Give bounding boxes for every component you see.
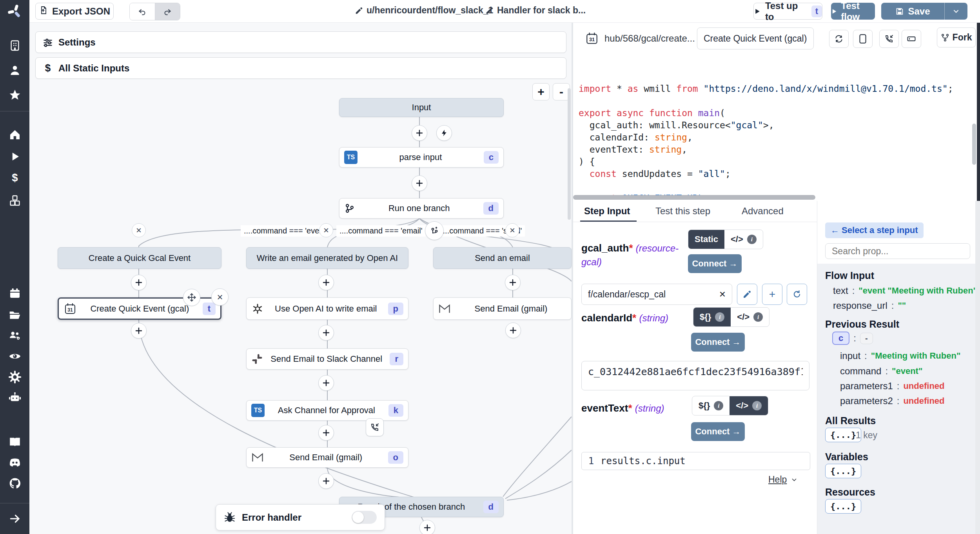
add-step-button[interactable] bbox=[318, 425, 334, 441]
test-up-to-button[interactable]: Test up to t bbox=[753, 3, 822, 20]
mode-javascript[interactable]: </>i bbox=[730, 396, 768, 415]
variables-dollar-icon[interactable]: $ bbox=[0, 172, 29, 184]
add-step-button[interactable] bbox=[412, 125, 427, 141]
variables-expand-chip[interactable]: {...} bbox=[825, 464, 861, 478]
add-step-button[interactable] bbox=[318, 325, 334, 341]
step-node-parse-input[interactable]: TS parse input c bbox=[339, 147, 504, 168]
suspend-step-button[interactable] bbox=[879, 30, 899, 48]
delete-branch-button[interactable]: × bbox=[505, 223, 519, 237]
code-h-scrollbar-thumb[interactable] bbox=[573, 195, 815, 200]
eye-icon[interactable] bbox=[0, 350, 29, 363]
info-icon[interactable]: i bbox=[747, 235, 757, 244]
code-v-scrollbar-thumb[interactable] bbox=[972, 124, 976, 165]
help-link[interactable]: Help bbox=[768, 474, 798, 485]
search-prop-input[interactable] bbox=[825, 243, 970, 259]
prop-row[interactable]: input: "Meeting with Ruben" bbox=[840, 350, 960, 361]
user-icon[interactable] bbox=[0, 64, 29, 77]
breadcrumb-path[interactable]: u/henricourdent/flow_slack_1 bbox=[355, 5, 493, 16]
panel-divider[interactable] bbox=[572, 22, 573, 534]
mode-javascript[interactable]: </>i bbox=[731, 308, 769, 326]
prop-row[interactable]: parameters1: undefined bbox=[840, 381, 945, 392]
calendar-id-input[interactable]: c_0312442e881ae6fcf1dec23f54916a389f1c17… bbox=[581, 361, 809, 390]
error-handler-card[interactable]: Error handler bbox=[216, 504, 385, 530]
step-node-send-email-gmail-2[interactable]: Send Email (gmail) o bbox=[246, 447, 408, 468]
add-resource-button[interactable]: + bbox=[762, 284, 782, 305]
move-step-handle[interactable] bbox=[183, 289, 200, 306]
prop-row[interactable]: parameters2: undefined bbox=[840, 395, 945, 406]
fork-button[interactable]: Fork bbox=[937, 27, 976, 47]
add-branch-button[interactable] bbox=[425, 221, 444, 240]
tab-step-input[interactable]: Step Input bbox=[584, 201, 630, 221]
flow-settings-bar[interactable]: Settings bbox=[35, 31, 566, 53]
expand-editor-button[interactable] bbox=[853, 30, 873, 48]
undo-button[interactable] bbox=[130, 3, 155, 20]
collapse-chip[interactable]: - bbox=[860, 333, 873, 344]
add-step-button[interactable] bbox=[419, 520, 435, 534]
zoom-in-button[interactable]: + bbox=[532, 83, 550, 100]
branch-header-node[interactable]: Write an email generated by Open AI bbox=[246, 247, 408, 269]
info-icon[interactable]: i bbox=[714, 401, 723, 410]
search-prop-field[interactable] bbox=[831, 246, 964, 257]
delete-branch-button[interactable]: × bbox=[132, 223, 146, 237]
suspend-approval-button[interactable] bbox=[366, 418, 384, 436]
resources-expand-chip[interactable]: {...} bbox=[825, 499, 861, 514]
branch-condition-label[interactable]: ....command === 'email' bbox=[336, 225, 426, 237]
step-node-ask-approval[interactable]: TS Ask Channel for Approval k bbox=[246, 400, 408, 421]
home-icon[interactable] bbox=[0, 128, 29, 141]
prop-row[interactable]: text: "event "Meeting with Ruben"" bbox=[833, 285, 980, 296]
redo-button[interactable] bbox=[155, 3, 180, 20]
step-name-input[interactable]: Create Quick Event (gcal) bbox=[697, 27, 814, 49]
window-scrollbar-track[interactable] bbox=[975, 201, 980, 534]
discord-icon[interactable] bbox=[0, 456, 29, 469]
all-static-inputs-bar[interactable]: $ All Static Inputs bbox=[35, 57, 566, 79]
branch-header-node[interactable]: Send an email bbox=[433, 247, 572, 269]
refresh-resource-button[interactable] bbox=[787, 284, 807, 305]
add-step-button[interactable] bbox=[318, 275, 334, 290]
step-node-slack-channel[interactable]: Send Email to Slack Channel r bbox=[246, 348, 408, 370]
info-icon[interactable]: i bbox=[752, 401, 762, 410]
add-step-button[interactable] bbox=[318, 375, 334, 391]
reload-script-button[interactable] bbox=[829, 30, 849, 48]
add-step-button[interactable] bbox=[505, 323, 521, 338]
prop-row[interactable]: response_url: "" bbox=[833, 300, 906, 311]
info-icon[interactable]: i bbox=[753, 312, 763, 322]
docs-book-icon[interactable] bbox=[0, 436, 29, 449]
windmill-logo-icon[interactable] bbox=[0, 3, 29, 20]
step-node-run-one-branch[interactable]: Run one branch d bbox=[339, 198, 504, 219]
settings-gear-icon[interactable] bbox=[0, 370, 29, 384]
save-button[interactable]: Save bbox=[881, 6, 944, 17]
prop-row[interactable]: command: "event" bbox=[840, 366, 922, 377]
branch-condition-label[interactable]: ....command === 'event' bbox=[241, 225, 330, 237]
event-text-expr-editor[interactable]: 1 results.c.input bbox=[581, 452, 810, 470]
mode-static[interactable]: Static bbox=[688, 230, 724, 249]
groups-users-gear-icon[interactable] bbox=[0, 329, 29, 342]
resource-path-input[interactable]: f/calendar/escp_cal × bbox=[581, 284, 732, 305]
github-icon[interactable] bbox=[0, 477, 29, 490]
calendar-id-connect-button[interactable]: Connect → bbox=[691, 333, 745, 352]
mode-javascript[interactable]: </>i bbox=[724, 230, 763, 249]
select-step-input-button[interactable]: ← Select a step input bbox=[825, 222, 924, 238]
branch-header-node[interactable]: Create a Quick Gcal Event bbox=[58, 247, 221, 269]
runs-play-icon[interactable] bbox=[0, 151, 29, 162]
tab-test-this-step[interactable]: Test this step bbox=[655, 201, 710, 221]
add-step-button[interactable] bbox=[318, 473, 334, 489]
folders-icon[interactable] bbox=[0, 308, 29, 321]
canvas-scrollbar-thumb[interactable] bbox=[568, 88, 571, 220]
delete-step-button[interactable]: × bbox=[211, 288, 229, 306]
export-json-button[interactable]: Export JSON bbox=[35, 3, 114, 20]
trigger-button[interactable] bbox=[436, 125, 452, 141]
add-step-button[interactable] bbox=[131, 323, 147, 339]
tab-advanced[interactable]: Advanced bbox=[742, 201, 784, 221]
info-icon[interactable]: i bbox=[715, 312, 724, 322]
breadcrumb-title[interactable]: Handler for slack b... bbox=[485, 5, 586, 16]
collapse-arrow-right-icon[interactable] bbox=[0, 512, 29, 525]
add-step-button[interactable] bbox=[131, 275, 147, 290]
gcal-auth-connect-button[interactable]: Connect → bbox=[688, 254, 742, 273]
edit-resource-button[interactable] bbox=[737, 284, 757, 305]
add-step-button[interactable] bbox=[505, 275, 521, 290]
save-dropdown-button[interactable] bbox=[945, 7, 967, 15]
schedules-calendar-icon[interactable] bbox=[0, 287, 29, 299]
test-flow-button[interactable]: Test flow bbox=[831, 3, 875, 20]
event-text-connect-button[interactable]: Connect → bbox=[691, 422, 745, 441]
error-handler-toggle[interactable] bbox=[352, 511, 377, 524]
